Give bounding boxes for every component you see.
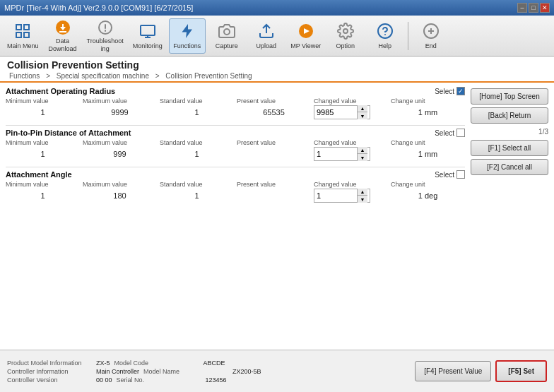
- toolbar-upload[interactable]: Upload: [248, 18, 285, 54]
- section-header-1: Attachment Operating Radius Select ✓: [6, 87, 465, 95]
- spinner-up-1[interactable]: ▲: [358, 105, 367, 112]
- section-attachment-angle: Attachment Angle Select Minimum value Ma…: [6, 170, 465, 203]
- fv-min-3: 1: [6, 191, 80, 200]
- breadcrumb-collision: Collision Prevention Setting: [165, 72, 252, 80]
- spinner-up-2[interactable]: ▲: [358, 147, 367, 154]
- content-left: Attachment Operating Radius Select ✓ Min…: [6, 87, 465, 345]
- toolbar-troubleshooting[interactable]: Troubleshooting: [84, 18, 126, 54]
- minimize-button[interactable]: –: [517, 3, 527, 13]
- main-menu-icon: [13, 21, 33, 41]
- f2-cancel-all-button[interactable]: [F2] Cancel all: [471, 159, 548, 175]
- model-name-label: Model Name: [143, 368, 228, 375]
- field-values-2: 1 999 1 ▲ ▼: [6, 147, 465, 161]
- changed-value-input-2[interactable]: [314, 148, 357, 160]
- field-headers-1: Minimum value Maximum value Standard val…: [6, 97, 465, 105]
- back-return-button[interactable]: [Back] Return: [471, 107, 548, 124]
- serial-no-value: 123456: [206, 376, 227, 384]
- fh-present-3: Present value: [237, 181, 311, 188]
- model-code-label: Model Code: [114, 360, 199, 367]
- svg-point-13: [343, 29, 348, 33]
- svg-rect-0: [16, 25, 21, 30]
- fv-max-2: 999: [83, 150, 157, 158]
- section-header-3: Attachment Angle Select: [6, 170, 465, 179]
- select-label-2: Select: [435, 129, 454, 137]
- controller-info-value: Main Controller: [96, 368, 139, 375]
- body-area: Collision Prevention Setting Functions >…: [0, 57, 554, 350]
- fv-unit-3: 1 deg: [391, 191, 465, 200]
- fv-std-3: 1: [160, 191, 234, 200]
- toolbar-functions[interactable]: Functions: [169, 18, 206, 54]
- select-checkbox-1[interactable]: ✓: [456, 87, 465, 95]
- spinner-down-1[interactable]: ▼: [358, 112, 367, 119]
- upload-icon: [257, 21, 276, 41]
- spinner-btns-2: ▲ ▼: [357, 147, 367, 161]
- fh-min-2: Minimum value: [6, 139, 80, 146]
- section-title-2: Pin-to-Pin Distance of Attachment: [6, 129, 131, 137]
- section-title-1: Attachment Operating Radius: [6, 87, 115, 95]
- help-icon: [375, 21, 395, 41]
- status-row-1: Product Model Information ZX-5 Model Cod…: [7, 360, 261, 367]
- changed-value-input-3[interactable]: [314, 189, 357, 202]
- capture-label: Capture: [216, 42, 238, 50]
- mp-viewer-label: MP Viewer: [290, 42, 321, 50]
- select-checkbox-2[interactable]: [456, 129, 465, 137]
- functions-label: Functions: [173, 42, 201, 50]
- toolbar-option[interactable]: Option: [327, 18, 364, 54]
- page-header: Collision Prevention Setting Functions >…: [0, 57, 554, 83]
- breadcrumb-functions: Functions: [9, 72, 40, 80]
- spinner-down-3[interactable]: ▼: [358, 196, 367, 203]
- toolbar-data-download[interactable]: DataDownload: [45, 18, 81, 54]
- section-select-1: Select ✓: [435, 87, 465, 95]
- field-headers-3: Minimum value Maximum value Standard val…: [6, 181, 465, 188]
- status-bar: Product Model Information ZX-5 Model Cod…: [0, 350, 554, 392]
- fh-unit-1: Change unit: [391, 97, 465, 105]
- field-values-3: 1 180 1 ▲ ▼: [6, 189, 465, 203]
- page-title: Collision Prevention Setting: [7, 59, 547, 71]
- product-model-label: Product Model Information: [7, 360, 92, 367]
- fv-changed-3: ▲ ▼: [314, 189, 388, 203]
- title-bar-controls: – □ ✕: [517, 3, 550, 13]
- section-pin-to-pin: Pin-to-Pin Distance of Attachment Select…: [6, 129, 465, 161]
- status-row-2: Controller Information Main Controller M…: [7, 368, 261, 375]
- toolbar-capture[interactable]: Capture: [208, 18, 245, 54]
- fv-changed-2: ▲ ▼: [314, 147, 388, 161]
- f1-select-all-button[interactable]: [F1] Select all: [471, 140, 548, 156]
- status-row-3: Controller Version 00 00 Serial No. 1234…: [7, 376, 261, 384]
- toolbar-monitoring[interactable]: Monitoring: [129, 18, 166, 54]
- toolbar-end[interactable]: End: [413, 18, 449, 54]
- close-button[interactable]: ✕: [540, 3, 550, 13]
- changed-value-input-1[interactable]: [314, 106, 357, 119]
- home-top-screen-button[interactable]: [Home] Top Screen: [471, 88, 548, 105]
- f5-set-button[interactable]: [F5] Set: [495, 360, 547, 382]
- end-icon: [421, 21, 441, 41]
- troubleshooting-icon: [95, 19, 115, 36]
- spinner-up-3[interactable]: ▲: [358, 189, 367, 196]
- fh-present-2: Present value: [237, 139, 311, 146]
- fh-std-1: Standard value: [160, 97, 234, 105]
- fv-unit-1: 1 mm: [391, 108, 465, 117]
- changed-value-spinner-2[interactable]: ▲ ▼: [314, 147, 370, 161]
- breadcrumb: Functions > Special specification machin…: [7, 72, 547, 80]
- changed-value-spinner-3[interactable]: ▲ ▼: [314, 189, 370, 203]
- svg-rect-1: [24, 25, 29, 30]
- f4-present-value-button[interactable]: [F4] Present Value: [415, 361, 491, 381]
- end-label: End: [425, 42, 437, 50]
- fh-changed-1: Changed value: [314, 97, 388, 105]
- controller-version-value: 00 00: [96, 376, 112, 384]
- toolbar-help[interactable]: Help: [367, 18, 403, 54]
- fv-std-1: 1: [160, 108, 234, 117]
- toolbar-mp-viewer[interactable]: MP Viewer: [288, 18, 324, 54]
- select-label-1: Select: [435, 88, 454, 95]
- spinner-down-2[interactable]: ▼: [358, 154, 367, 161]
- fh-std-3: Standard value: [160, 181, 234, 188]
- fv-present-1: 65535: [237, 108, 311, 117]
- data-download-icon: [53, 19, 73, 36]
- fh-changed-2: Changed value: [314, 139, 388, 146]
- toolbar-separator: [408, 22, 408, 50]
- select-checkbox-3[interactable]: [456, 170, 465, 179]
- changed-value-spinner-1[interactable]: ▲ ▼: [314, 105, 370, 119]
- maximize-button[interactable]: □: [529, 3, 538, 13]
- title-bar: MPDr [Tier-4 With Adj] Ver2.9.0.0 [COM91…: [0, 0, 554, 16]
- toolbar-main-menu[interactable]: Main Menu: [4, 18, 42, 54]
- content-area: Attachment Operating Radius Select ✓ Min…: [0, 83, 554, 350]
